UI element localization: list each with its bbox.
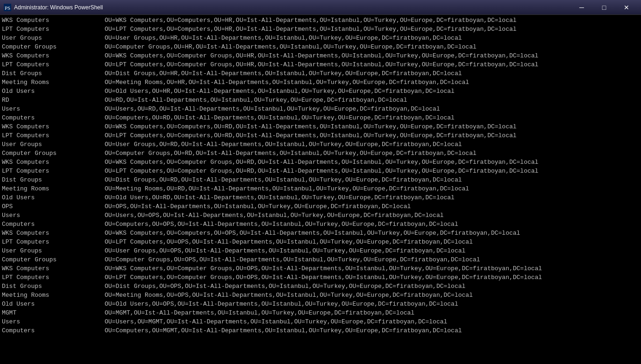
ou-name: Computer Groups [2, 149, 105, 158]
ou-path: OU=Computers,OU=OPS,OU=Ist-All-Departmen… [105, 220, 639, 229]
ou-name: WKS Computers [2, 229, 105, 238]
svg-text:PS: PS [5, 5, 10, 11]
ou-path: OU=RD,OU=Ist-All-Departments,OU=Istanbul… [105, 96, 639, 105]
ou-name: Computers [2, 113, 105, 122]
table-row: ComputersOU=Computers,OU=OPS,OU=Ist-All-… [0, 220, 641, 229]
ou-path: OU=WKS Computers,OU=Computers,OU=RD,OU=I… [105, 122, 639, 131]
table-row: Old UsersOU=Old Users,OU=RD,OU=Ist-All-D… [0, 193, 641, 202]
terminal-content[interactable]: WKS ComputersOU=WKS Computers,OU=Compute… [0, 15, 641, 364]
ou-path: OU=Meeting Rooms,OU=OPS,OU=Ist-All-Depar… [105, 291, 639, 300]
maximize-button[interactable]: □ [593, 0, 615, 15]
ou-name: Users [2, 211, 105, 220]
table-row: LPT ComputersOU=LPT Computers,OU=Compute… [0, 167, 641, 175]
ou-name: Computers [2, 326, 105, 335]
powershell-icon: PS [4, 4, 11, 11]
table-row: WKS ComputersOU=WKS Computers,OU=Compute… [0, 16, 641, 25]
ou-name: Users [2, 317, 105, 326]
table-row: Old UsersOU=Old Users,OU=OPS,OU=Ist-All-… [0, 300, 641, 308]
ou-path: OU=Computer Groups,OU=RD,OU=Ist-All-Depa… [105, 149, 639, 158]
table-row: UsersOU=Users,OU=OPS,OU=Ist-All-Departme… [0, 211, 641, 220]
ou-path: OU=Old Users,OU=OPS,OU=Ist-All-Departmen… [105, 300, 639, 308]
table-row: OPSOU=OPS,OU=Ist-All-Departments,OU=Ista… [0, 202, 641, 211]
title-bar: PS Administrator: Windows PowerShell ─ □… [0, 0, 641, 15]
ou-path: OU=LPT Computers,OU=Computer Groups,OU=H… [105, 60, 639, 69]
table-row: ComputersOU=Computers,OU=RD,OU=Ist-All-D… [0, 113, 641, 122]
ou-path: OU=MGMT,OU=Ist-All-Departments,OU=Istanb… [105, 308, 639, 317]
ou-path: OU=Dist Groups,OU=HR,OU=Ist-All-Departme… [105, 69, 639, 78]
ou-path: OU=WKS Computers,OU=Computers,OU=OPS,OU=… [105, 229, 639, 238]
table-row: UsersOU=Users,OU=MGMT,OU=Ist-All-Departm… [0, 317, 641, 326]
table-row: LPT ComputersOU=LPT Computers,OU=Compute… [0, 60, 641, 69]
ou-name: LPT Computers [2, 131, 105, 140]
table-row: LPT ComputersOU=LPT Computers,OU=Compute… [0, 131, 641, 140]
ou-path: OU=LPT Computers,OU=Computer Groups,OU=R… [105, 167, 639, 175]
ou-path: OU=LPT Computers,OU=Computers,OU=HR,OU=I… [105, 25, 639, 34]
ou-name: Old Users [2, 300, 105, 308]
ou-name: Meeting Rooms [2, 78, 105, 87]
table-row: Dist GroupsOU=Dist Groups,OU=HR,OU=Ist-A… [0, 69, 641, 78]
table-row: MGMTOU=MGMT,OU=Ist-All-Departments,OU=Is… [0, 308, 641, 317]
ou-name: RD [2, 96, 105, 105]
ou-name: MGMT [2, 308, 105, 317]
ou-path: OU=Meeting Rooms,OU=HR,OU=Ist-All-Depart… [105, 78, 639, 87]
ou-name: Old Users [2, 193, 105, 202]
table-row: Computer GroupsOU=Computer Groups,OU=OPS… [0, 255, 641, 264]
table-row: Dist GroupsOU=Dist Groups,OU=RD,OU=Ist-A… [0, 175, 641, 184]
table-row: Old UsersOU=Old Users,OU=HR,OU=Ist-All-D… [0, 87, 641, 96]
powershell-window: PS Administrator: Windows PowerShell ─ □… [0, 0, 641, 364]
ou-path: OU=Meeting Rooms,OU=RD,OU=Ist-All-Depart… [105, 184, 639, 193]
table-row: RDOU=RD,OU=Ist-All-Departments,OU=Istanb… [0, 96, 641, 105]
table-row: WKS ComputersOU=WKS Computers,OU=Compute… [0, 264, 641, 273]
table-row: Meeting RoomsOU=Meeting Rooms,OU=OPS,OU=… [0, 291, 641, 300]
table-row: Meeting RoomsOU=Meeting Rooms,OU=RD,OU=I… [0, 184, 641, 193]
table-row: WKS ComputersOU=WKS Computers,OU=Compute… [0, 229, 641, 238]
ou-path: OU=Users,OU=MGMT,OU=Ist-All-Departments,… [105, 317, 639, 326]
ou-path: OU=Computers,OU=RD,OU=Ist-All-Department… [105, 113, 639, 122]
ou-name: User Groups [2, 140, 105, 149]
ou-name: Dist Groups [2, 69, 105, 78]
ou-name: WKS Computers [2, 264, 105, 273]
ou-name: Computer Groups [2, 42, 105, 51]
ou-name: WKS Computers [2, 122, 105, 131]
table-row: WKS ComputersOU=WKS Computers,OU=Compute… [0, 51, 641, 60]
ou-path: OU=WKS Computers,OU=Computer Groups,OU=H… [105, 51, 639, 60]
ou-name: OPS [2, 202, 105, 211]
ou-name: Computers [2, 220, 105, 229]
table-row: Computer GroupsOU=Computer Groups,OU=RD,… [0, 149, 641, 158]
table-row: Dist GroupsOU=Dist Groups,OU=OPS,OU=Ist-… [0, 282, 641, 291]
ou-name: LPT Computers [2, 167, 105, 175]
ou-path: OU=LPT Computers,OU=Computer Groups,OU=O… [105, 273, 639, 282]
ou-name: Dist Groups [2, 175, 105, 184]
table-row: LPT ComputersOU=LPT Computers,OU=Compute… [0, 25, 641, 34]
ou-path: OU=WKS Computers,OU=Computer Groups,OU=R… [105, 158, 639, 167]
ou-path: OU=Old Users,OU=HR,OU=Ist-All-Department… [105, 87, 639, 96]
minimize-button[interactable]: ─ [571, 0, 592, 15]
ou-name: Meeting Rooms [2, 184, 105, 193]
table-row: UsersOU=Users,OU=RD,OU=Ist-All-Departmen… [0, 105, 641, 113]
ou-path: OU=Users,OU=RD,OU=Ist-All-Departments,OU… [105, 105, 639, 113]
close-button[interactable]: ✕ [616, 0, 637, 15]
ou-path: OU=Dist Groups,OU=RD,OU=Ist-All-Departme… [105, 175, 639, 184]
ou-name: WKS Computers [2, 51, 105, 60]
ou-path: OU=WKS Computers,OU=Computers,OU=HR,OU=I… [105, 16, 639, 25]
ou-path: OU=LPT Computers,OU=Computers,OU=RD,OU=I… [105, 131, 639, 140]
table-row: Computer GroupsOU=Computer Groups,OU=HR,… [0, 42, 641, 51]
ou-name: User Groups [2, 246, 105, 255]
ou-path: OU=User Groups,OU=RD,OU=Ist-All-Departme… [105, 140, 639, 149]
ou-path: OU=Computers,OU=MGMT,OU=Ist-All-Departme… [105, 326, 639, 335]
ou-path: OU=Computer Groups,OU=HR,OU=Ist-All-Depa… [105, 42, 639, 51]
table-row: User GroupsOU=User Groups,OU=HR,OU=Ist-A… [0, 34, 641, 42]
ou-name: Dist Groups [2, 282, 105, 291]
ou-path: OU=User Groups,OU=OPS,OU=Ist-All-Departm… [105, 246, 639, 255]
ou-name: Computer Groups [2, 255, 105, 264]
window-title: Administrator: Windows PowerShell [14, 4, 571, 11]
ou-name: LPT Computers [2, 25, 105, 34]
table-row: LPT ComputersOU=LPT Computers,OU=OPS,OU=… [0, 238, 641, 246]
ou-path: OU=Computer Groups,OU=OPS,OU=Ist-All-Dep… [105, 255, 639, 264]
table-row: User GroupsOU=User Groups,OU=RD,OU=Ist-A… [0, 140, 641, 149]
ou-name: User Groups [2, 34, 105, 42]
ou-name: Old Users [2, 87, 105, 96]
ou-path: OU=OPS,OU=Ist-All-Departments,OU=Istanbu… [105, 202, 639, 211]
ou-name: Users [2, 105, 105, 113]
ou-path: OU=Users,OU=OPS,OU=Ist-All-Departments,O… [105, 211, 639, 220]
